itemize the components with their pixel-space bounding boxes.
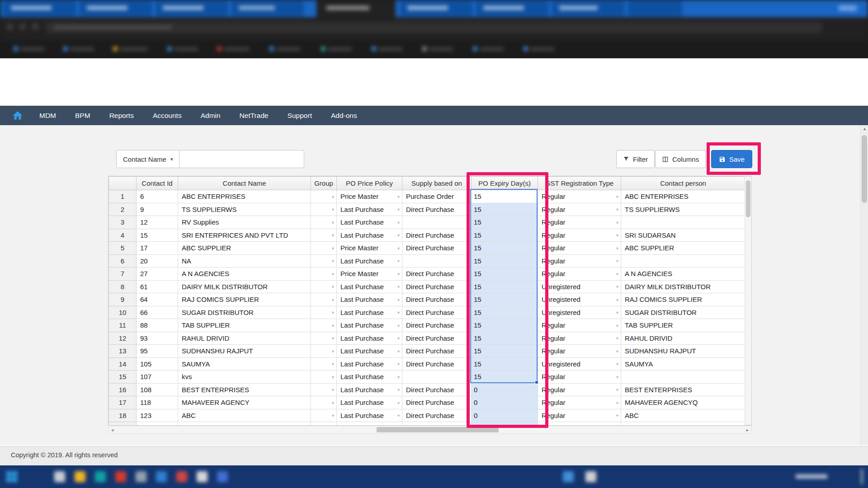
dropdown-caret-icon[interactable]: ▾: [616, 271, 618, 276]
cell-gst-registration-type[interactable]: Regular▾: [538, 422, 621, 426]
dropdown-caret-icon[interactable]: ▾: [332, 245, 334, 250]
cell-group[interactable]: ▾: [311, 357, 337, 371]
dropdown-caret-icon[interactable]: ▾: [616, 297, 618, 302]
cell-contact-name[interactable]: SANTOSH ANIL SUPPLIER: [178, 422, 311, 426]
nav-item-support[interactable]: Support: [278, 106, 321, 125]
cell-contact-person[interactable]: BEST ENTERPRISES: [621, 383, 745, 396]
dropdown-caret-icon[interactable]: ▾: [397, 323, 400, 328]
dropdown-caret-icon[interactable]: ▾: [332, 284, 334, 289]
cell-po-price-policy[interactable]: Last Purchase▾: [337, 306, 402, 319]
cell-supply-based-on[interactable]: Direct Purchase▾: [402, 332, 472, 345]
cell-contact-person[interactable]: SAUMYA: [621, 357, 745, 371]
dropdown-caret-icon[interactable]: ▾: [397, 207, 400, 212]
cell-contact-id[interactable]: [137, 422, 178, 426]
table-row[interactable]: 12 93 RAHUL DRIVID ▾ Last Purchase▾ Dire…: [109, 332, 745, 345]
dropdown-caret-icon[interactable]: ▾: [616, 284, 618, 289]
dropdown-caret-icon[interactable]: ▾: [467, 374, 469, 379]
cell-po-price-policy[interactable]: Last Purchase▾: [337, 216, 402, 229]
cell-contact-name[interactable]: MAHAVEER AGENCY: [178, 396, 311, 409]
cell-po-expiry-days[interactable]: 15: [472, 267, 538, 281]
cell-supply-based-on[interactable]: Direct Purchase▾: [402, 396, 472, 409]
cell-contact-name[interactable]: RV Supplies: [178, 216, 311, 229]
cell-gst-registration-type[interactable]: Unregistered▾: [538, 357, 621, 371]
cell-contact-id[interactable]: 108: [137, 383, 178, 396]
cell-contact-person[interactable]: SRI SUDARSAN: [621, 229, 745, 242]
cell-contact-person[interactable]: RAHUL DRIVID: [621, 332, 745, 345]
dropdown-caret-icon[interactable]: ▾: [467, 245, 469, 250]
cell-contact-person[interactable]: ABC ENTERPRISES: [621, 190, 745, 203]
dropdown-caret-icon[interactable]: ▾: [467, 310, 469, 315]
dropdown-caret-icon[interactable]: ▾: [397, 310, 400, 315]
dropdown-caret-icon[interactable]: ▾: [332, 348, 334, 353]
cell-gst-registration-type[interactable]: Regular▾: [538, 190, 621, 203]
cell-contact-id[interactable]: 118: [137, 396, 178, 409]
table-row[interactable]: 6 20 NA ▾ Last Purchase▾ ▾ 15 Regular▾: [109, 254, 745, 267]
cell-contact-id[interactable]: 9: [137, 203, 178, 216]
cell-group[interactable]: ▾: [311, 190, 337, 203]
cell-contact-name[interactable]: SUDHANSHU RAJPUT: [178, 345, 311, 358]
dropdown-caret-icon[interactable]: ▾: [616, 361, 618, 366]
cell-contact-person[interactable]: MAHAVEER AGENCYQ: [621, 396, 745, 409]
cell-contact-id[interactable]: 61: [137, 280, 178, 293]
dropdown-caret-icon[interactable]: ▾: [397, 297, 400, 302]
cell-po-expiry-days[interactable]: 15: [472, 190, 538, 203]
cell-po-price-policy[interactable]: Price Master▾: [337, 190, 402, 203]
dropdown-caret-icon[interactable]: ▾: [332, 336, 334, 341]
table-row[interactable]: 18 123 ABC ▾ Last Purchase▾ Direct Purch…: [109, 409, 745, 422]
scroll-right-arrow-icon[interactable]: ►: [745, 428, 750, 432]
cell-po-expiry-days[interactable]: 0: [472, 383, 538, 396]
cell-supply-based-on[interactable]: Direct Purchase▾: [402, 357, 472, 371]
dropdown-caret-icon[interactable]: ▾: [616, 245, 618, 250]
cell-contact-person[interactable]: ABC: [621, 409, 745, 422]
cell-po-expiry-days[interactable]: 15: [472, 357, 538, 371]
nav-item-bpm[interactable]: BPM: [66, 106, 100, 125]
dropdown-caret-icon[interactable]: ▾: [332, 297, 334, 302]
table-row[interactable]: 14 105 SAUMYA ▾ Last Purchase▾ Direct Pu…: [109, 357, 745, 371]
cell-supply-based-on[interactable]: Direct Purchase▾: [402, 293, 472, 306]
dropdown-caret-icon[interactable]: ▾: [332, 233, 334, 238]
cell-contact-person[interactable]: SUDHANSHU RAJPUT: [621, 345, 745, 358]
dropdown-caret-icon[interactable]: ▾: [332, 207, 334, 212]
cell-contact-id[interactable]: 107: [137, 371, 178, 384]
cell-po-price-policy[interactable]: Last Purchase▾: [337, 345, 402, 358]
dropdown-caret-icon[interactable]: ▾: [332, 323, 334, 328]
table-row[interactable]: 16 108 BEST ENTERPRISES ▾ Last Purchase▾…: [109, 383, 745, 396]
dropdown-caret-icon[interactable]: ▾: [467, 207, 469, 212]
table-row[interactable]: 13 95 SUDHANSHU RAJPUT ▾ Last Purchase▾ …: [109, 345, 745, 358]
cell-po-price-policy[interactable]: Last Purchase▾: [337, 409, 402, 422]
search-column-selector[interactable]: Contact Name ▾: [116, 150, 179, 168]
nav-item-addons[interactable]: Add-ons: [321, 106, 367, 125]
cell-group[interactable]: ▾: [311, 371, 337, 384]
cell-contact-person[interactable]: TS SUPPLIERWS: [621, 203, 745, 216]
dropdown-caret-icon[interactable]: ▾: [467, 413, 469, 418]
col-header-contact-id[interactable]: Contact Id: [137, 177, 178, 190]
dropdown-caret-icon[interactable]: ▾: [397, 374, 400, 379]
nav-item-accounts[interactable]: Accounts: [143, 106, 191, 125]
dropdown-caret-icon[interactable]: ▾: [616, 220, 618, 225]
cell-group[interactable]: ▾: [311, 216, 337, 229]
cell-gst-registration-type[interactable]: Regular▾: [538, 383, 621, 396]
cell-contact-id[interactable]: 20: [137, 254, 178, 267]
dropdown-caret-icon[interactable]: ▾: [397, 336, 400, 341]
dropdown-caret-icon[interactable]: ▾: [616, 233, 618, 238]
cell-supply-based-on[interactable]: Direct Purchase▾: [402, 383, 472, 396]
cell-contact-id[interactable]: 64: [137, 293, 178, 306]
cell-contact-name[interactable]: ABC SUPPLIER: [178, 242, 311, 255]
cell-gst-registration-type[interactable]: Regular▾: [538, 203, 621, 216]
table-row[interactable]: 1 6 ABC ENTERPRISES ▾ Price Master▾ Purc…: [109, 190, 745, 203]
dropdown-caret-icon[interactable]: ▾: [397, 348, 400, 353]
grid-search-input[interactable]: [179, 150, 304, 168]
cell-contact-person[interactable]: ABC SUPPLIER: [621, 242, 745, 255]
cell-contact-id[interactable]: 105: [137, 357, 178, 371]
cell-contact-name[interactable]: NA: [178, 254, 311, 267]
cell-po-expiry-days[interactable]: 0: [472, 396, 538, 409]
dropdown-caret-icon[interactable]: ▾: [332, 271, 334, 276]
col-header-contact-person[interactable]: Contact person: [621, 177, 745, 190]
cell-group[interactable]: ▾: [311, 396, 337, 409]
cell-contact-name[interactable]: ABC: [178, 409, 311, 422]
cell-po-expiry-days[interactable]: 15: [472, 332, 538, 345]
cell-contact-name[interactable]: TAB SUPPLIER: [178, 319, 311, 332]
cell-po-price-policy[interactable]: Last Purchase▾: [337, 280, 402, 293]
dropdown-caret-icon[interactable]: ▾: [397, 400, 400, 405]
dropdown-caret-icon[interactable]: ▾: [467, 284, 469, 289]
